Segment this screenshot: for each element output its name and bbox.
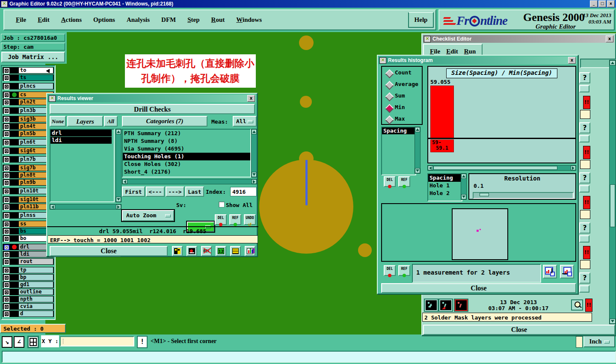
close-icon[interactable]: x [607, 0, 615, 7]
scroll-down-icon[interactable] [252, 172, 257, 177]
scroll-up-icon[interactable] [116, 129, 121, 134]
next-button[interactable]: ---> [166, 186, 184, 197]
result-layer-item[interactable]: ldi [50, 137, 112, 144]
layer-name[interactable]: cvia [19, 304, 53, 309]
layer-visibility-checkbox[interactable] [4, 252, 9, 257]
layer-visibility-checkbox[interactable] [4, 229, 9, 234]
layer-visibility-checkbox[interactable] [4, 282, 9, 288]
show-all-checkbox[interactable] [219, 201, 225, 207]
result-layer-item[interactable]: drl [50, 130, 112, 136]
checklist-alert-icon[interactable]: !! [583, 246, 590, 259]
slider-thumb[interactable] [480, 193, 489, 196]
layer-row-bp[interactable]: bp [3, 274, 54, 281]
checklist-help-icon[interactable]: ? [579, 272, 590, 284]
menu-file[interactable]: File [16, 16, 26, 24]
layer-visibility-checkbox[interactable] [4, 140, 9, 145]
checklist-alert-icon[interactable]: !! [583, 96, 590, 109]
layer-row-ts[interactable]: ts [3, 74, 54, 81]
layer-visibility-checkbox[interactable] [4, 311, 9, 317]
layers-list-hscroll[interactable] [50, 204, 121, 210]
undo-button[interactable]: UNDO↺ [244, 214, 256, 225]
layer-row-cvia[interactable]: cvia [3, 303, 54, 310]
meas-dropdown[interactable]: All [233, 116, 257, 127]
ref-off-icon[interactable]: REF [201, 246, 212, 256]
scroll-down-icon[interactable] [610, 319, 616, 324]
histogram-close-button[interactable]: Close [381, 283, 576, 293]
layer-name[interactable]: outline [19, 289, 53, 295]
checklist-close-button[interactable]: Close [423, 325, 615, 335]
measure-vscroll[interactable] [461, 173, 467, 200]
command-line[interactable] [2, 351, 616, 363]
auto-zoom-dropdown[interactable]: Auto Zoom [122, 210, 174, 221]
invert-display-icon[interactable] [172, 246, 183, 256]
all-button[interactable]: All [104, 116, 118, 127]
layer-visibility-checkbox[interactable] [4, 68, 9, 74]
measurement-preview[interactable] [381, 203, 576, 262]
results-viewer-titlebar[interactable]: ✕ Results viewer x [48, 95, 256, 102]
grid-tool-icon[interactable] [27, 336, 39, 348]
layer-visibility-checkbox[interactable] [4, 92, 9, 98]
scroll-left-icon[interactable] [428, 166, 433, 170]
scroll-down-icon[interactable] [461, 194, 466, 199]
import-histogram-icon[interactable] [560, 265, 574, 278]
numbered-page-icon[interactable]: 12 [216, 246, 226, 256]
chart-hscroll[interactable] [427, 165, 576, 171]
layer-visibility-checkbox[interactable] [4, 148, 9, 154]
checklist-action-button[interactable] [579, 235, 589, 243]
categories-button[interactable]: Categories (7) [122, 116, 207, 127]
scroll-up-icon[interactable] [415, 127, 420, 132]
first-button[interactable]: First [122, 186, 145, 197]
layer-visibility-checkbox[interactable] [4, 166, 9, 171]
measure-item[interactable]: Hole 1 [428, 182, 462, 189]
checklist-scrollbar[interactable] [609, 60, 616, 324]
scroll-up-icon[interactable] [610, 60, 616, 65]
layer-name[interactable]: plncs [19, 83, 53, 89]
histogram-close-icon[interactable]: x [568, 57, 576, 64]
layer-row-gd1[interactable]: gd1 [3, 281, 54, 288]
results-viewer-close-icon[interactable]: x [247, 95, 255, 102]
layers-button[interactable]: Layers [67, 116, 103, 127]
layer-name[interactable]: rout [19, 259, 53, 264]
scroll-down-icon[interactable] [116, 197, 121, 202]
none-button[interactable]: None [50, 116, 66, 127]
mark-result-icon[interactable] [187, 246, 197, 256]
zoom-results-icon[interactable] [571, 299, 583, 311]
layer-name[interactable]: ts [19, 75, 53, 80]
menu-actions[interactable]: Actions [61, 16, 82, 24]
stat-radio-max[interactable] [385, 115, 394, 124]
menu-windows[interactable]: Windows [236, 16, 262, 24]
run-checklist-icon[interactable] [425, 299, 438, 311]
layer-visibility-checkbox[interactable] [4, 297, 9, 302]
scrollbar-thumb[interactable] [610, 184, 615, 227]
layer-visibility-checkbox[interactable] [4, 100, 9, 105]
layer-visibility-checkbox[interactable] [4, 75, 9, 81]
preview-ref-button[interactable]: REF [398, 265, 410, 276]
layer-row-plncs[interactable]: plncs [3, 83, 54, 89]
checklist-action-button[interactable] [579, 135, 589, 142]
checklist-alert-icon[interactable]: !! [583, 196, 590, 209]
histogram-icon[interactable] [245, 246, 255, 256]
layer-row-outline[interactable]: outline [3, 289, 54, 295]
menu-rout[interactable]: Rout [211, 16, 225, 24]
layer-row-npth[interactable]: npth [3, 296, 54, 302]
layer-row-to[interactable]: to [3, 67, 54, 74]
layer-name[interactable]: d [19, 311, 53, 317]
resize-tool-icon[interactable]: ↘ [2, 336, 12, 348]
category-item[interactable]: PTH Summary (212) [123, 130, 250, 137]
series-item[interactable]: Spacing [382, 127, 415, 134]
layer-name[interactable]: npth [19, 296, 53, 302]
job-matrix-button[interactable]: Job Matrix ... [1, 52, 65, 62]
stat-radio-sum[interactable] [385, 92, 394, 101]
scroll-left-icon[interactable] [50, 204, 55, 209]
measure-item[interactable]: Hole 2 [428, 189, 462, 197]
run-erf-icon[interactable] [455, 299, 468, 311]
layer-visibility-checkbox[interactable] [4, 259, 9, 265]
layer-visibility-checkbox[interactable] [4, 275, 9, 281]
scroll-right-icon[interactable] [252, 179, 257, 184]
checklist-help-icon[interactable]: ? [579, 172, 590, 183]
checklist-action-button[interactable] [579, 85, 589, 92]
layer-visibility-checkbox[interactable] [4, 180, 9, 186]
layer-row-tp[interactable]: tp [3, 267, 54, 273]
menu-analysis[interactable]: Analysis [127, 16, 150, 24]
layer-visibility-checkbox[interactable] [4, 189, 9, 194]
